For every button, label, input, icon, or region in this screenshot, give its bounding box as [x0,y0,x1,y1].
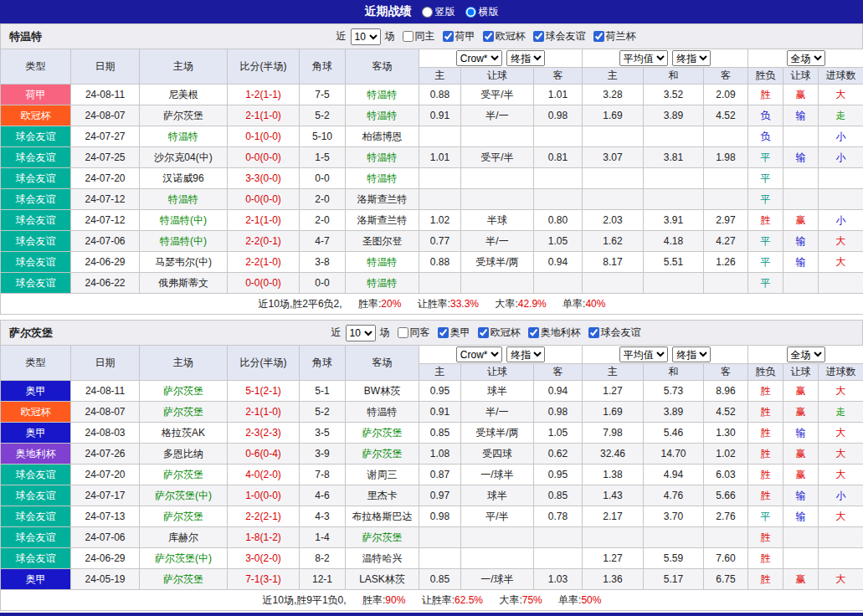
home-team-link[interactable]: 萨尔茨堡 [140,381,228,402]
league-filter-checkbox[interactable]: 荷兰杯 [593,29,636,44]
home-team-link[interactable]: 萨尔茨堡 [140,506,228,527]
league-checkbox[interactable] [593,31,604,42]
match-count-select[interactable]: 10 [346,325,376,341]
away-team-link[interactable]: 里杰卡 [346,485,419,506]
away-team-link[interactable]: 特温特 [346,85,419,105]
same-venue-filter[interactable]: 同主 [403,29,435,44]
league-checkbox[interactable] [438,327,449,338]
league-filter-checkbox[interactable]: 奥地利杯 [528,326,581,340]
match-count-select[interactable]: 10 [351,28,381,45]
same-venue-checkbox[interactable] [398,327,408,338]
away-team-link[interactable]: 温特哈兴 [346,548,419,569]
home-team-link[interactable]: 格拉茨AK [140,423,228,444]
same-venue-filter[interactable]: 同客 [398,326,430,340]
league-checkbox[interactable] [443,31,454,42]
odds-home [419,548,461,569]
league-checkbox[interactable] [588,327,599,338]
away-team-link[interactable]: 特温特 [346,252,419,273]
away-team-link[interactable]: 特温特 [346,273,419,294]
average-time-select[interactable]: 终指 [672,346,711,362]
layout-option-vertical[interactable]: 竖版 [422,5,455,19]
home-team-link[interactable]: 萨尔茨堡 [140,402,228,423]
league-badge: 球会友谊 [1,465,71,485]
away-team-link[interactable]: 洛斯查兰特 [346,210,419,231]
home-team-link[interactable]: 俄弗斯蒂文 [140,273,228,294]
matches-label: 场 [380,326,390,340]
result-outcome: 平 [748,273,783,294]
same-venue-checkbox[interactable] [403,31,414,42]
odds-time-select[interactable]: 终指 [506,50,545,66]
league-checkbox[interactable] [478,327,489,338]
odds-company-select[interactable]: Crow* [456,346,502,362]
home-team-link[interactable]: 特温特(中) [140,231,228,252]
section-header: 萨尔茨堡 近 10 场 同客 奥甲 欧冠杯 奥地利杯 球会 [0,320,863,345]
corner-score: 4-6 [300,485,346,506]
league-filter-checkbox[interactable]: 欧冠杯 [483,29,526,44]
home-team-link[interactable]: 萨尔茨堡 [140,465,228,485]
away-team-link[interactable]: 萨尔茨堡 [346,527,419,548]
odds-time-select[interactable]: 终指 [506,346,545,362]
col-header-score: 比分(半场) [228,346,300,381]
home-team-link[interactable]: 萨尔茨堡 [140,105,228,126]
league-filter-checkbox[interactable]: 奥甲 [438,326,470,340]
recent-matches-table: 类型 日期 主场 比分(半场) 角球 客场 Crow* 终指 平均值 终指 全场 [0,345,863,611]
league-checkbox[interactable] [533,31,544,42]
match-score: 2-2(0-1) [228,231,300,252]
match-date: 24-08-07 [71,105,140,126]
league-filter-checkbox[interactable]: 欧冠杯 [478,326,521,340]
match-rows: 荷甲 24-08-11 尼美根 1-2(1-1) 7-5 特温特 0.88 受平… [1,85,863,294]
away-team-link[interactable]: 特温特 [346,105,419,126]
home-team-link[interactable]: 萨尔茨堡 [140,569,228,590]
home-team-link[interactable]: 萨尔茨堡(中) [140,548,228,569]
home-team-link[interactable]: 特温特(中) [140,210,228,231]
away-team-link[interactable]: 萨尔茨堡 [346,444,419,465]
layout-option-horizontal[interactable]: 横版 [465,5,499,19]
away-team-link[interactable]: BW林茨 [346,381,419,402]
away-team-link[interactable]: 特温特 [346,168,419,189]
away-team-link[interactable]: 布拉格斯巴达 [346,506,419,527]
away-team-link[interactable]: 柏德博恩 [346,126,419,147]
odds-home: 0.87 [419,465,461,485]
vertical-layout-radio[interactable] [422,7,433,18]
scope-select[interactable]: 全场 [787,346,825,362]
home-team-link[interactable]: 尼美根 [140,85,228,105]
avg-odds-draw: 5.73 [644,381,704,402]
match-score: 3-0(2-0) [228,548,300,569]
home-team-link[interactable]: 特温特 [140,189,228,210]
away-team-link[interactable]: 谢周三 [346,465,419,485]
odds-home: 1.02 [419,210,461,231]
league-checkbox[interactable] [483,31,494,42]
league-filter-checkbox[interactable]: 球会友谊 [533,29,586,44]
away-team-link[interactable]: 特温特 [346,147,419,168]
odds-company-select[interactable]: Crow* [456,50,502,66]
match-date: 24-07-13 [71,506,140,527]
home-team-link[interactable]: 萨尔茨堡(中) [140,485,228,506]
horizontal-layout-radio[interactable] [465,7,476,18]
page-title: 近期战绩 [365,4,412,19]
away-team-link[interactable]: 圣图尔登 [346,231,419,252]
league-filter-checkbox[interactable]: 球会友谊 [588,326,641,340]
corner-score: 8-2 [300,548,346,569]
home-team-link[interactable]: 汉诺威96 [140,168,228,189]
home-team-link[interactable]: 马瑟韦尔(中) [140,252,228,273]
away-team-link[interactable]: 洛斯查兰特 [346,189,419,210]
subcol-odds-handicap: 让球 [461,364,534,381]
home-team-link[interactable]: 库赫尔 [140,527,228,548]
league-badge: 球会友谊 [1,548,71,569]
away-team-link[interactable]: 特温特 [346,402,419,423]
average-select[interactable]: 平均值 [619,50,668,66]
scope-select[interactable]: 全场 [787,50,825,66]
home-team-link[interactable]: 特温特 [140,126,228,147]
away-team-link[interactable]: 萨尔茨堡 [346,423,419,444]
match-row: 球会友谊 24-07-06 库赫尔 1-8(1-2) 1-4 萨尔茨堡 胜 [1,527,863,548]
average-select[interactable]: 平均值 [619,346,668,362]
average-time-select[interactable]: 终指 [672,50,711,66]
league-filter-checkbox[interactable]: 荷甲 [443,29,475,44]
league-checkbox[interactable] [528,327,539,338]
match-score: 0-0(0-0) [228,273,300,294]
result-handicap: 赢 [783,444,819,465]
odds-home: 0.98 [419,506,461,527]
away-team-link[interactable]: LASK林茨 [346,569,419,590]
home-team-link[interactable]: 沙尔克04(中) [140,147,228,168]
home-team-link[interactable]: 多恩比纳 [140,444,228,465]
